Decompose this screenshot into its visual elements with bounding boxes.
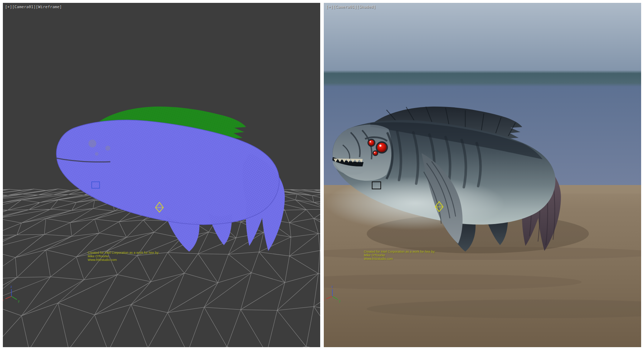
watermark-line: Mike O'Rourke	[88, 254, 159, 258]
viewport-label: [+] [Camera01] [Shaded]	[326, 5, 376, 9]
watermark-line: Mike O'Rourke	[364, 253, 435, 257]
axis-x-label: x	[3, 298, 4, 302]
viewport-camera-button[interactable]: [Camera01]	[12, 5, 36, 9]
viewport-shading-button[interactable]: [Wireframe]	[36, 5, 62, 9]
eye-spot-large	[88, 140, 96, 147]
watermark: Created for Intel Corporation as a work …	[88, 251, 159, 262]
eye-mid	[369, 140, 374, 146]
watermark-line: Www.fritzstudio.com	[364, 257, 435, 261]
eye-spot-mid	[105, 146, 110, 151]
eye-small	[374, 151, 377, 155]
viewport-camera-button[interactable]: [Camera01]	[333, 5, 357, 9]
wireframe-scene[interactable]: x y z	[3, 3, 320, 347]
viewport-area: x y z [+] [Camera01] [Wireframe] Created…	[0, 0, 644, 350]
watermark-line: Created for Intel Corporation as a work …	[364, 250, 435, 253]
axis-z-label: z	[331, 285, 333, 288]
viewport-shaded[interactable]: x y z [+] [Camera01] [Shaded] Created fo…	[324, 3, 641, 347]
eye-spot-small	[95, 152, 98, 156]
watermark-line: Created for Intel Corporation as a work …	[88, 251, 159, 254]
watermark-line: Www.fritzstudio.com	[88, 258, 159, 262]
axis-y-label: y	[18, 300, 20, 303]
viewport-wireframe[interactable]: x y z [+] [Camera01] [Wireframe] Created…	[3, 3, 320, 347]
axis-y-label: y	[339, 300, 341, 303]
axis-x-label: x	[324, 298, 325, 302]
watermark: Created for Intel Corporation as a work …	[364, 250, 435, 261]
axis-z-label: z	[10, 285, 12, 288]
viewport-label: [+] [Camera01] [Wireframe]	[5, 5, 62, 9]
viewport-menu-button[interactable]: [+]	[5, 5, 12, 9]
viewport-menu-button[interactable]: [+]	[326, 5, 333, 9]
viewport-shading-button[interactable]: [Shaded]	[357, 5, 376, 9]
shaded-scene[interactable]: x y z	[324, 3, 641, 347]
eye-large	[377, 143, 386, 152]
